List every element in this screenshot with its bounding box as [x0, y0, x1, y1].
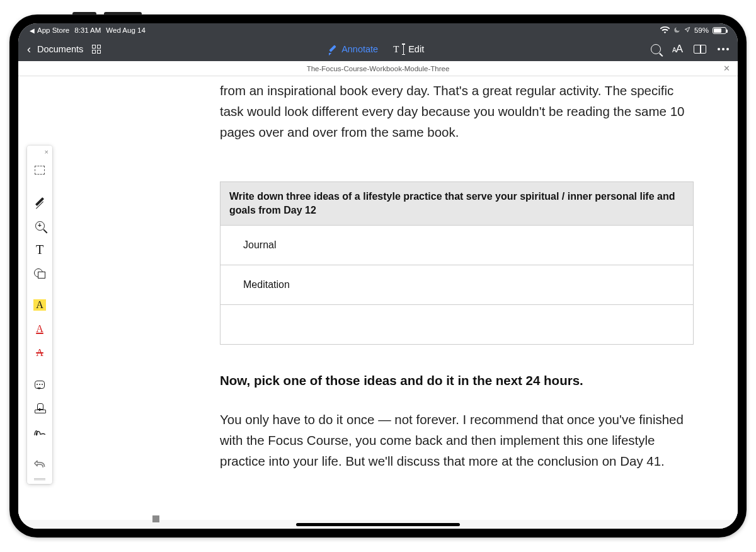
close-document-button[interactable]: ✕ — [723, 64, 730, 72]
draw-tool[interactable] — [27, 190, 52, 214]
prompt-row-2[interactable]: Meditation — [220, 265, 693, 305]
prompt-header: Write down three ideas of a lifestyle pr… — [220, 182, 693, 226]
body-paragraph: from an inspirational book every day. Th… — [220, 80, 694, 142]
thumbnails-button[interactable] — [92, 45, 101, 54]
document-title: The-Focus-Course-Workbook-Module-Three — [307, 65, 450, 72]
selection-handle[interactable] — [152, 515, 159, 522]
ipad-frame: ◀ App Store 8:31 AM Wed Aug 14 59% — [9, 14, 747, 538]
stamp-icon — [35, 403, 45, 413]
mode-annotate-label: Annotate — [341, 44, 378, 54]
palette-close-button[interactable]: × — [27, 148, 52, 158]
strikethrough-icon: A — [36, 347, 43, 359]
underline-icon: A — [36, 323, 43, 335]
highlight-tool[interactable]: A — [27, 293, 52, 317]
status-bar: ◀ App Store 8:31 AM Wed Aug 14 59% — [18, 23, 738, 37]
signature-tool[interactable] — [27, 420, 52, 444]
section-heading: Now, pick one of those ideas and do it i… — [220, 371, 694, 390]
mode-annotate[interactable]: Annotate — [328, 44, 378, 54]
highlight-icon: A — [33, 299, 46, 311]
signature-icon — [33, 427, 46, 437]
back-label: Documents — [37, 44, 83, 54]
breadcrumb-back-app[interactable]: App Store — [37, 26, 69, 34]
content-area: from an inspirational book every day. Th… — [18, 76, 738, 529]
underline-tool[interactable]: A — [27, 317, 52, 341]
document-tab[interactable]: The-Focus-Course-Workbook-Module-Three ✕ — [18, 61, 738, 76]
more-button[interactable] — [718, 48, 729, 50]
search-button[interactable] — [651, 44, 661, 54]
mode-edit-label: Edit — [408, 44, 424, 54]
battery-icon — [713, 27, 726, 34]
more-icon — [718, 48, 729, 50]
select-tool[interactable] — [27, 158, 52, 182]
undo-tool[interactable] — [27, 452, 52, 476]
text-tool[interactable]: T — [27, 238, 52, 262]
text-size-button[interactable]: AA — [672, 43, 682, 55]
prompt-row-1[interactable]: Journal — [220, 226, 693, 265]
strikethrough-tool[interactable]: A — [27, 341, 52, 365]
text-cursor-icon: T — [393, 44, 404, 54]
prompt-row-3[interactable] — [220, 305, 693, 344]
document-page[interactable]: from an inspirational book every day. Th… — [18, 76, 738, 520]
search-icon — [651, 44, 661, 54]
magnifier-plus-icon: + — [35, 221, 45, 231]
home-indicator[interactable] — [296, 523, 460, 526]
comment-tool[interactable] — [27, 372, 52, 396]
zoom-tool[interactable]: + — [27, 214, 52, 238]
status-date: Wed Aug 14 — [106, 26, 145, 34]
pencil-icon — [328, 44, 338, 54]
wifi-icon — [660, 26, 670, 35]
mode-edit[interactable]: T Edit — [393, 44, 424, 54]
pen-icon — [34, 196, 45, 207]
annotation-tool-palette: × + T A A A — [27, 146, 52, 484]
app-toolbar: ‹ Documents Annotate T Edit — [18, 37, 738, 61]
selection-icon — [35, 166, 45, 175]
back-button[interactable]: ‹ Documents — [27, 43, 83, 56]
palette-drag-handle[interactable] — [34, 478, 45, 480]
stamp-tool[interactable] — [27, 396, 52, 420]
battery-pct: 59% — [694, 26, 709, 34]
screen: ◀ App Store 8:31 AM Wed Aug 14 59% — [18, 23, 738, 529]
undo-icon — [34, 460, 45, 468]
status-time: 8:31 AM — [74, 26, 101, 34]
location-icon — [684, 26, 690, 34]
prompt-box: Write down three ideas of a lifestyle pr… — [220, 181, 694, 345]
shape-tool[interactable] — [27, 262, 52, 285]
chevron-left-icon: ‹ — [27, 43, 31, 56]
breadcrumb-caret-icon[interactable]: ◀ — [30, 27, 35, 34]
book-icon — [694, 45, 706, 54]
shapes-icon — [34, 268, 45, 279]
text-size-icon: AA — [672, 43, 682, 55]
comment-icon — [35, 381, 45, 389]
body-paragraph: You only have to do it once — not foreve… — [220, 409, 694, 471]
text-T-icon: T — [36, 243, 43, 256]
grid-icon — [92, 45, 101, 54]
view-mode-button[interactable] — [694, 45, 706, 54]
do-not-disturb-icon — [673, 26, 680, 35]
